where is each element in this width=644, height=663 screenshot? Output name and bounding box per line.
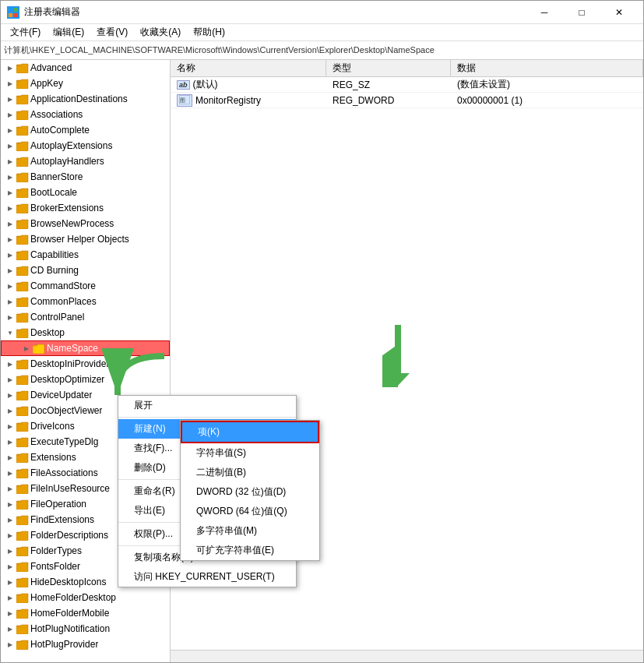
tree-expand-icon[interactable]: ▶ (4, 233, 16, 245)
tree-expand-icon[interactable]: ▶ (4, 311, 16, 323)
tree-item-label: FileInUseResource (30, 483, 110, 494)
tree-expand-icon[interactable]: ▶ (4, 513, 16, 526)
submenu-item[interactable]: QWORD (64 位)值(Q) (181, 502, 319, 521)
tree-expand-icon[interactable]: ▶ (4, 202, 16, 214)
tree-item[interactable]: ▶ Associations (1, 107, 170, 122)
tree-item[interactable]: ▶ CommandStore (1, 278, 170, 294)
tree-item[interactable]: ▶ ControlPanel (1, 309, 170, 325)
tree-expand-icon[interactable]: ▶ (4, 622, 16, 635)
tree-item[interactable]: ▶ CD Burning (1, 263, 170, 278)
tree-expand-icon[interactable]: ▶ (4, 451, 16, 464)
menubar-item[interactable]: 收藏夹(A) (134, 24, 187, 41)
tree-expand-icon[interactable]: ▶ (4, 124, 16, 136)
tree-expand-icon[interactable]: ▶ (4, 420, 16, 432)
table-row[interactable]: 图MonitorRegistryREG_DWORD0x00000001 (1) (171, 93, 643, 108)
tree-expand-icon[interactable]: ▶ (4, 467, 16, 479)
tree-expand-icon[interactable]: ▶ (4, 545, 16, 557)
folder-icon (16, 187, 29, 198)
tree-item[interactable]: ▶ ApplicationDestinations (1, 91, 170, 107)
tree-item[interactable]: ▶ AutoplayHandlers (1, 153, 170, 169)
tree-expand-icon[interactable]: ▶ (4, 389, 16, 401)
tree-item[interactable]: ▶ CommonPlaces (1, 294, 170, 309)
tree-expand-icon[interactable]: ▶ (4, 62, 16, 74)
folder-icon (16, 530, 29, 541)
folder-icon (16, 577, 29, 587)
tree-expand-icon[interactable]: ▶ (4, 171, 16, 183)
tree-item[interactable]: ▶ HotPlugProvider (1, 637, 170, 652)
folder-icon (16, 62, 29, 73)
submenu-item[interactable]: DWORD (32 位)值(D) (181, 482, 319, 502)
col-header-data[interactable]: 数据 (451, 60, 643, 76)
context-menu-item-access-hkcu[interactable]: 访问 HKEY_CURRENT_USER(T) (118, 567, 296, 587)
submenu-item[interactable]: 项(K) (181, 421, 319, 443)
tree-expand-icon[interactable]: ▶ (4, 280, 16, 292)
svg-rect-30 (16, 470, 28, 478)
submenu-item[interactable]: 二进制值(B) (181, 463, 319, 482)
tree-expand-icon[interactable]: ▶ (20, 342, 33, 354)
tree-item[interactable]: ▶ HomeFolderMobile (1, 605, 170, 621)
close-button[interactable]: ✕ (601, 1, 637, 24)
tree-expand-icon[interactable]: ▶ (4, 373, 16, 386)
tree-expand-icon[interactable]: ▶ (4, 77, 16, 90)
folder-icon (16, 390, 29, 400)
tree-expand-icon[interactable]: ▶ (4, 482, 16, 495)
tree-item[interactable]: ▶ Browser Helper Objects (1, 231, 170, 247)
maximize-button[interactable]: □ (564, 1, 600, 24)
tree-expand-icon[interactable]: ▶ (4, 560, 16, 573)
tree-item[interactable]: ▶ AutoplayExtensions (1, 138, 170, 153)
menubar-item[interactable]: 帮助(H) (187, 24, 231, 41)
tree-expand-icon[interactable]: ▶ (4, 591, 16, 604)
tree-item[interactable]: ▶ HomeFolderDesktop (1, 590, 170, 605)
tree-item-label: Capabilities (30, 249, 79, 260)
svg-rect-15 (16, 236, 28, 245)
tree-expand-icon[interactable]: ▶ (4, 638, 16, 651)
bottom-scrollbar[interactable] (171, 650, 643, 662)
tree-item[interactable]: ▶ BootLocale (1, 185, 170, 200)
menubar-item[interactable]: 文件(F) (4, 24, 47, 41)
submenu-item[interactable]: 字符串值(S) (181, 443, 319, 463)
minimize-button[interactable]: ─ (526, 1, 562, 24)
tree-item[interactable]: ▶ HotPlugNotification (1, 621, 170, 637)
menubar-item[interactable]: 编辑(E) (47, 24, 90, 41)
tree-expand-icon[interactable]: ▶ (4, 607, 16, 619)
table-row[interactable]: ab(默认)REG_SZ(数值未设置) (171, 77, 643, 93)
svg-rect-29 (16, 454, 28, 463)
tree-item[interactable]: ▶ AutoComplete (1, 122, 170, 138)
tree-expand-icon[interactable]: ▶ (4, 186, 16, 199)
submenu[interactable]: 项(K)字符串值(S)二进制值(B)DWORD (32 位)值(D)QWORD … (180, 420, 320, 561)
tree-expand-icon[interactable]: ▶ (4, 264, 16, 277)
svg-rect-31 (16, 485, 28, 494)
tree-expand-icon[interactable]: ▶ (4, 358, 16, 370)
tree-expand-icon[interactable]: ▶ (4, 93, 16, 105)
tree-expand-icon[interactable]: ▶ (4, 404, 16, 417)
folder-icon (16, 545, 29, 556)
tree-item[interactable]: ▶ BrokerExtensions (1, 200, 170, 216)
tree-item-label: DesktopOptimizer (30, 374, 104, 385)
tree-item[interactable]: ▼ Desktop (1, 325, 170, 340)
tree-expand-icon[interactable]: ▶ (4, 436, 16, 448)
tree-expand-icon[interactable]: ▶ (4, 576, 16, 588)
tree-item-label: FileAssociations (30, 467, 98, 478)
tree-item[interactable]: ▶ AppKey (1, 76, 170, 91)
tree-expand-icon[interactable]: ▼ (4, 326, 16, 339)
tree-expand-icon[interactable]: ▶ (4, 498, 16, 510)
svg-rect-32 (16, 501, 28, 510)
tree-expand-icon[interactable]: ▶ (4, 155, 16, 168)
context-menu-item-expand[interactable]: 展开 (118, 396, 296, 415)
tree-expand-icon[interactable]: ▶ (4, 108, 16, 121)
tree-item[interactable]: ▶ Advanced (1, 60, 170, 76)
col-header-name[interactable]: 名称 (171, 60, 326, 76)
tree-expand-icon[interactable]: ▶ (4, 529, 16, 541)
svg-rect-41 (16, 641, 28, 650)
col-header-type[interactable]: 类型 (326, 60, 451, 76)
submenu-item[interactable]: 可扩充字符串值(E) (181, 541, 319, 560)
tree-item[interactable]: ▶ Capabilities (1, 247, 170, 263)
tree-item[interactable]: ▶ BannerStore (1, 169, 170, 185)
tree-expand-icon[interactable]: ▶ (4, 295, 16, 308)
tree-expand-icon[interactable]: ▶ (4, 217, 16, 230)
tree-expand-icon[interactable]: ▶ (4, 249, 16, 261)
menubar-item[interactable]: 查看(V) (90, 24, 134, 41)
submenu-item[interactable]: 多字符串值(M) (181, 521, 319, 541)
tree-item[interactable]: ▶ BrowseNewProcess (1, 216, 170, 231)
tree-expand-icon[interactable]: ▶ (4, 139, 16, 152)
